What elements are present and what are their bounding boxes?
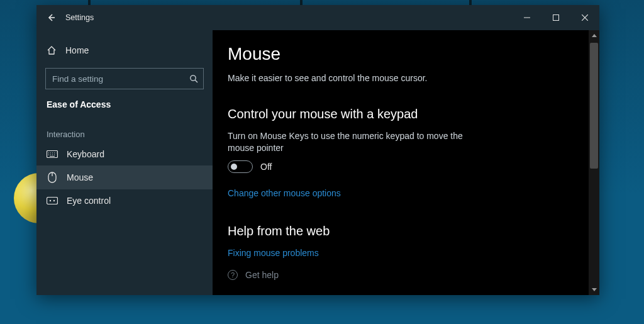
eye-control-icon bbox=[47, 197, 58, 204]
toggle-knob bbox=[231, 164, 237, 170]
get-help-label: Get help bbox=[245, 270, 279, 280]
sidebar-home-label: Home bbox=[65, 45, 89, 55]
sidebar-section-label: Interaction bbox=[36, 111, 213, 143]
sidebar-item-mouse[interactable]: Mouse bbox=[36, 165, 213, 189]
page-description: Make it easier to see and control the mo… bbox=[228, 73, 574, 83]
maximize-icon bbox=[553, 14, 559, 21]
sidebar-home[interactable]: Home bbox=[36, 39, 213, 62]
back-button[interactable] bbox=[36, 5, 65, 30]
close-button[interactable] bbox=[570, 5, 599, 30]
page-title: Mouse bbox=[228, 44, 574, 64]
back-arrow-icon bbox=[46, 13, 56, 23]
scroll-up-button[interactable] bbox=[589, 30, 599, 41]
svg-rect-4 bbox=[47, 198, 58, 204]
title-bar: Settings bbox=[36, 5, 599, 30]
close-icon bbox=[582, 14, 588, 21]
get-help-row[interactable]: ? Get help bbox=[228, 270, 574, 280]
mouse-keys-toggle-row: Off bbox=[228, 160, 574, 173]
svg-point-1 bbox=[191, 75, 196, 81]
minimize-icon bbox=[524, 14, 530, 21]
chevron-up-icon bbox=[592, 34, 597, 37]
home-icon bbox=[47, 45, 57, 55]
section-help: Help from the web Fixing mouse problems … bbox=[228, 224, 574, 280]
sidebar-item-keyboard[interactable]: Keyboard bbox=[36, 143, 213, 165]
svg-point-6 bbox=[53, 200, 55, 201]
search-icon bbox=[189, 74, 198, 83]
sidebar-item-label: Mouse bbox=[67, 172, 93, 182]
scrollbar-thumb[interactable] bbox=[590, 43, 598, 169]
sidebar-category: Ease of Access bbox=[36, 89, 213, 111]
minimize-button[interactable] bbox=[513, 5, 541, 30]
mouse-keys-description: Turn on Mouse Keys to use the numeric ke… bbox=[228, 130, 467, 154]
get-help-icon: ? bbox=[228, 270, 238, 280]
svg-point-5 bbox=[50, 200, 51, 201]
mouse-keys-toggle-state: Off bbox=[260, 162, 272, 172]
sidebar: Home Ease of Access Interaction Keyboard bbox=[36, 30, 213, 295]
chevron-down-icon bbox=[592, 288, 597, 291]
section-heading-keypad: Control your mouse with a keypad bbox=[228, 107, 574, 121]
keyboard-icon bbox=[47, 150, 58, 158]
mouse-keys-toggle[interactable] bbox=[228, 160, 253, 173]
sidebar-item-label: Keyboard bbox=[67, 149, 104, 159]
link-fixing-mouse-problems[interactable]: Fixing mouse problems bbox=[228, 248, 319, 258]
window-title: Settings bbox=[65, 13, 94, 22]
section-keypad: Control your mouse with a keypad Turn on… bbox=[228, 107, 574, 199]
svg-rect-0 bbox=[553, 15, 559, 21]
sidebar-item-label: Eye control bbox=[67, 196, 111, 206]
search-input[interactable] bbox=[52, 74, 189, 84]
search-input-wrapper[interactable] bbox=[45, 68, 204, 89]
content-area: Mouse Make it easier to see and control … bbox=[213, 30, 599, 295]
vertical-scrollbar[interactable] bbox=[589, 30, 599, 295]
settings-window: Settings Home Ease of bbox=[36, 5, 599, 295]
mouse-icon bbox=[47, 172, 58, 183]
sidebar-item-eye-control[interactable]: Eye control bbox=[36, 189, 213, 212]
link-change-mouse-options[interactable]: Change other mouse options bbox=[228, 188, 341, 198]
section-heading-help: Help from the web bbox=[228, 224, 574, 238]
scroll-area: Mouse Make it easier to see and control … bbox=[213, 30, 589, 295]
scroll-down-button[interactable] bbox=[589, 284, 599, 295]
maximize-button[interactable] bbox=[541, 5, 570, 30]
